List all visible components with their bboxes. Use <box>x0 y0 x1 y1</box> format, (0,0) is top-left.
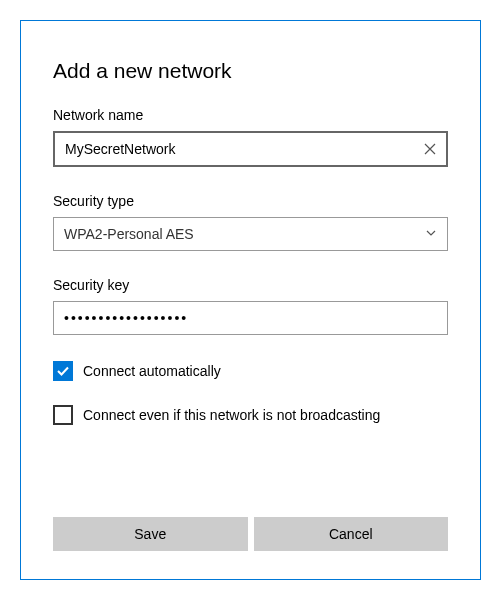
check-icon <box>56 364 70 378</box>
chevron-down-icon <box>425 226 437 242</box>
security-type-select[interactable]: WPA2-Personal AES <box>53 217 448 251</box>
button-row: Save Cancel <box>53 517 448 551</box>
checkbox-box <box>53 361 73 381</box>
network-name-input[interactable] <box>53 131 448 167</box>
connect-auto-label: Connect automatically <box>83 363 221 379</box>
dialog-title: Add a new network <box>53 59 448 83</box>
close-icon <box>424 143 436 155</box>
cancel-button[interactable]: Cancel <box>254 517 449 551</box>
security-key-value: •••••••••••••••••• <box>64 310 188 326</box>
clear-network-name-button[interactable] <box>418 137 442 161</box>
network-name-label: Network name <box>53 107 448 123</box>
checkbox-box <box>53 405 73 425</box>
security-type-value: WPA2-Personal AES <box>64 226 194 242</box>
security-key-label: Security key <box>53 277 448 293</box>
connect-hidden-checkbox[interactable]: Connect even if this network is not broa… <box>53 405 448 425</box>
security-type-field: Security type WPA2-Personal AES <box>53 193 448 251</box>
save-button[interactable]: Save <box>53 517 248 551</box>
connect-hidden-label: Connect even if this network is not broa… <box>83 407 380 423</box>
add-network-dialog: Add a new network Network name Security … <box>20 20 481 580</box>
network-name-input-wrapper <box>53 131 448 167</box>
network-name-field: Network name <box>53 107 448 167</box>
security-type-label: Security type <box>53 193 448 209</box>
security-key-field: Security key •••••••••••••••••• <box>53 277 448 335</box>
security-key-input[interactable]: •••••••••••••••••• <box>53 301 448 335</box>
connect-auto-checkbox[interactable]: Connect automatically <box>53 361 448 381</box>
